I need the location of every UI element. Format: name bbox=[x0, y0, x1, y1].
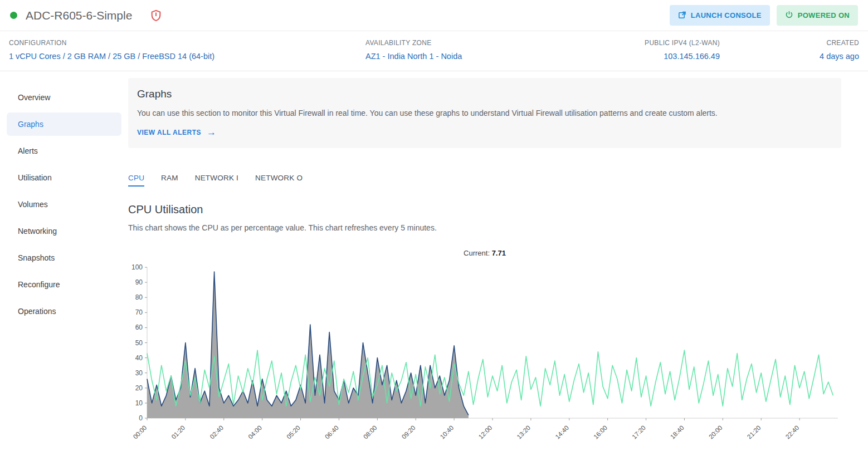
y-tick-label: 60 bbox=[135, 323, 143, 331]
y-tick-label: 90 bbox=[135, 278, 143, 286]
x-tick-label: 12:00 bbox=[477, 424, 494, 440]
sidebar-item-alerts[interactable]: Alerts bbox=[7, 139, 121, 163]
x-tick-label: 09:20 bbox=[401, 424, 417, 440]
tab-network-out[interactable]: NETWORK O bbox=[255, 174, 303, 187]
cpu-primary-filled-area bbox=[147, 272, 469, 418]
x-tick-label: 00:00 bbox=[132, 424, 148, 440]
powered-on-button[interactable]: POWERED ON bbox=[777, 5, 858, 26]
current-label: Current: bbox=[464, 249, 490, 257]
y-tick-label: 40 bbox=[135, 354, 143, 362]
chart-title: CPU Utilisation bbox=[128, 203, 841, 216]
current-value: 7.71 bbox=[492, 249, 506, 257]
content-area: Graphs You can use this section to monit… bbox=[128, 71, 868, 447]
info-value-created: 4 days ago bbox=[720, 52, 859, 61]
graphs-card: Graphs You can use this section to monit… bbox=[128, 78, 841, 148]
y-tick-label: 10 bbox=[135, 399, 143, 407]
x-tick-label: 08:00 bbox=[362, 424, 378, 440]
firewall-shield-icon bbox=[150, 9, 162, 22]
tab-network-in[interactable]: NETWORK I bbox=[195, 174, 238, 187]
powered-on-label: POWERED ON bbox=[798, 11, 850, 19]
tab-cpu[interactable]: CPU bbox=[128, 174, 144, 187]
x-tick-label: 10:40 bbox=[439, 424, 455, 440]
sidebar-item-volumes[interactable]: Volumes bbox=[7, 193, 121, 216]
sidebar-item-operations[interactable]: Operations bbox=[7, 300, 121, 323]
y-tick-label: 50 bbox=[135, 339, 143, 347]
y-tick-label: 70 bbox=[135, 308, 143, 316]
y-tick-label: 0 bbox=[139, 414, 143, 422]
y-tick-label: 80 bbox=[135, 293, 143, 301]
sidebar-item-networking[interactable]: Networking bbox=[7, 219, 121, 243]
info-label: AVAILABILITY ZONE bbox=[365, 39, 581, 47]
info-bar: CONFIGURATION 1 vCPU Cores / 2 GB RAM / … bbox=[0, 31, 868, 71]
launch-console-button[interactable]: LAUNCH CONSOLE bbox=[670, 5, 770, 26]
x-tick-label: 14:40 bbox=[554, 424, 570, 440]
x-tick-label: 04:00 bbox=[247, 424, 263, 440]
x-tick-label: 01:20 bbox=[170, 424, 186, 440]
y-tick-label: 30 bbox=[135, 369, 143, 377]
tab-ram[interactable]: RAM bbox=[161, 174, 178, 187]
sidebar-item-reconfigure[interactable]: Reconfigure bbox=[7, 273, 121, 296]
vm-title: ADC-R605-6-Simple bbox=[26, 9, 132, 22]
current-value-line: Current: 7.71 bbox=[128, 249, 841, 257]
x-tick-label: 16:00 bbox=[592, 424, 608, 440]
info-label: CREATED bbox=[720, 39, 859, 47]
arrow-right-icon: → bbox=[207, 127, 217, 138]
x-tick-label: 18:40 bbox=[669, 424, 685, 440]
power-status-dot bbox=[10, 12, 17, 19]
launch-console-icon bbox=[678, 11, 686, 21]
info-label: PUBLIC IPV4 (L2-WAN) bbox=[581, 39, 720, 47]
graphs-card-title: Graphs bbox=[137, 88, 832, 100]
x-tick-label: 22:40 bbox=[784, 424, 801, 440]
sidebar-item-snapshots[interactable]: Snapshots bbox=[7, 246, 121, 269]
x-tick-label: 06:40 bbox=[324, 424, 340, 440]
y-tick-label: 20 bbox=[135, 384, 143, 392]
x-tick-label: 20:00 bbox=[708, 424, 724, 440]
info-value-configuration[interactable]: 1 vCPU Cores / 2 GB RAM / 25 GB / FreeBS… bbox=[9, 52, 365, 61]
graph-tabs: CPU RAM NETWORK I NETWORK O bbox=[128, 174, 841, 187]
main-layout: Overview Graphs Alerts Utilisation Volum… bbox=[0, 71, 868, 447]
info-created: CREATED 4 days ago bbox=[720, 39, 859, 61]
launch-console-label: LAUNCH CONSOLE bbox=[691, 11, 762, 19]
sidebar-item-graphs[interactable]: Graphs bbox=[7, 112, 121, 136]
x-tick-label: 21:20 bbox=[746, 424, 762, 440]
sidebar-item-utilisation[interactable]: Utilisation bbox=[7, 166, 121, 189]
chart-wrapper: 010203040506070809010000:0001:2002:4004:… bbox=[128, 264, 841, 447]
view-all-alerts-label: VIEW ALL ALERTS bbox=[137, 129, 201, 136]
graphs-card-description: You can use this section to monitor this… bbox=[137, 109, 832, 117]
y-tick-label: 100 bbox=[131, 264, 143, 271]
x-tick-label: 05:20 bbox=[285, 424, 301, 440]
info-value-availability-zone[interactable]: AZ1 - India North 1 - Noida bbox=[365, 52, 581, 61]
info-label: CONFIGURATION bbox=[9, 39, 365, 47]
info-public-ipv4: PUBLIC IPV4 (L2-WAN) 103.145.166.49 bbox=[581, 39, 720, 61]
power-icon bbox=[785, 11, 793, 21]
x-tick-label: 02:40 bbox=[208, 424, 225, 440]
cpu-utilisation-chart: 010203040506070809010000:0001:2002:4004:… bbox=[128, 264, 841, 445]
info-configuration: CONFIGURATION 1 vCPU Cores / 2 GB RAM / … bbox=[9, 39, 365, 61]
info-availability-zone: AVAILABILITY ZONE AZ1 - India North 1 - … bbox=[365, 39, 581, 61]
info-value-public-ipv4[interactable]: 103.145.166.49 bbox=[581, 52, 720, 61]
view-all-alerts-link[interactable]: VIEW ALL ALERTS → bbox=[137, 127, 217, 138]
x-tick-label: 17:20 bbox=[631, 424, 647, 440]
header: ADC-R605-6-Simple LAUNCH CONSOLE POWERED… bbox=[0, 0, 868, 31]
x-tick-label: 13:20 bbox=[515, 424, 531, 440]
chart-description: This chart shows the CPU as per percenta… bbox=[128, 223, 841, 232]
sidebar: Overview Graphs Alerts Utilisation Volum… bbox=[0, 71, 128, 447]
sidebar-item-overview[interactable]: Overview bbox=[7, 86, 121, 109]
